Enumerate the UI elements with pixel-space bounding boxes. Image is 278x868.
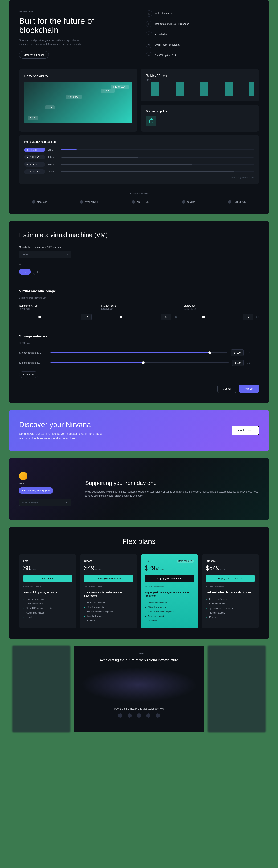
latency-value: 394ms: [48, 170, 58, 173]
shape-title: Virtual machine shape: [19, 289, 259, 293]
chain-avalanche: AVALANCHE: [80, 200, 99, 204]
add-vm-button[interactable]: Add VM: [239, 385, 259, 393]
latency-row-datahub: ■DATAHUB 296ms: [24, 162, 254, 167]
ram-slider[interactable]: [101, 317, 158, 317]
scale-node-start: START: [28, 116, 38, 120]
plan-cta-button[interactable]: Deploy your first for free: [145, 575, 194, 582]
check-icon: ✓: [145, 606, 147, 609]
latency-row-getblock: ●GETBLOCK 394ms: [24, 169, 254, 174]
plan-price-unit: /month: [30, 568, 37, 570]
plan-feature: ✓350 requests/second: [145, 600, 194, 605]
check-icon: ✓: [84, 620, 86, 622]
region-select[interactable]: Select: [19, 250, 71, 258]
api-card: Reliable API layer Uptime: [141, 69, 259, 101]
plan-price: $849: [206, 564, 220, 571]
feature-list: ⊞ Multi-chain APIs ⊡ Dedicated and Flex …: [146, 10, 259, 58]
hero-subtitle: Save time and prioritize your work with …: [19, 38, 89, 46]
feature-uptime: ⊕ 99.99% uptime SLA: [146, 52, 259, 58]
discover-nodes-button[interactable]: Discover our nodes: [19, 51, 49, 59]
spec-price: $0.236/hour: [101, 308, 176, 310]
ethereum-icon: [32, 200, 35, 204]
region-label: Specify the region of your VPC and VM: [19, 246, 259, 248]
bandwidth-slider[interactable]: [184, 317, 240, 317]
plan-badge: MOST POPULAR: [177, 559, 194, 563]
check-icon: ✓: [206, 602, 207, 605]
preview-chain-icon: [156, 713, 160, 718]
cancel-button[interactable]: Cancel: [217, 385, 237, 393]
latency-row-alchemy: ▲ALCHEMY 178ms: [24, 155, 254, 159]
plan-headline: Start building today at no cost: [23, 591, 72, 594]
plan-note: No credit card needed: [145, 585, 194, 587]
plan-price-unit: /month: [159, 568, 165, 570]
plan-pro: MOST POPULAR Pro $299/month Deploy your …: [141, 554, 198, 628]
plan-headline: The essentials for Web3 users and develo…: [84, 591, 133, 598]
plan-price: $0: [23, 564, 30, 571]
plan-feature: ✓2.5M flex requests: [23, 601, 72, 606]
scale-node-magnetic: MAGNETIC: [101, 89, 115, 93]
delete-storage-button[interactable]: 🗑: [253, 360, 259, 366]
plan-feature: ✓128M flex requests: [145, 605, 194, 610]
storage-slider-2[interactable]: [50, 363, 229, 363]
send-icon[interactable]: ➤: [65, 501, 68, 504]
secure-icon-box: [146, 116, 157, 126]
chat-input[interactable]: Write a message ➤: [19, 499, 71, 506]
plan-price: $299: [145, 564, 159, 571]
discover-text: Connect with our team to discuss your ne…: [19, 432, 106, 440]
feature-multichain: ⊞ Multi-chain APIs: [146, 10, 259, 17]
storage-value-1[interactable]: 14000: [231, 349, 244, 356]
plan-cta-button[interactable]: Deploy your first for free: [84, 575, 133, 582]
rpc-icon: ⊡: [146, 21, 152, 27]
latency-value: 296ms: [48, 163, 58, 166]
api-sub: Uptime: [146, 79, 254, 81]
plan-note: No credit card needed: [23, 585, 72, 587]
latency-title: Node latency comparison: [24, 140, 254, 144]
scale-node-interstellar: INTERSTELLAR: [111, 85, 129, 89]
plan-note: No credit card needed: [84, 585, 133, 587]
support-text: We're dedicated to helping companies har…: [85, 490, 259, 498]
ram-value[interactable]: 32: [161, 314, 171, 320]
storage-price: $0.432/hour: [19, 342, 259, 344]
storage-row-2: Storage amount (GB) 8000 GB 🗑: [19, 360, 259, 366]
scale-node-test: TEST: [45, 105, 55, 110]
feature-appchains: ⊙ App-chains: [146, 31, 259, 37]
check-icon: ✓: [23, 612, 25, 614]
type-pill-e7[interactable]: E7: [19, 269, 31, 275]
check-icon: ✓: [145, 620, 147, 622]
plan-feature: ✓1K requests/second: [206, 597, 255, 601]
check-icon: ✓: [23, 602, 25, 605]
feature-label: Dedicated and Flex RPC nodes: [155, 23, 189, 25]
preview-brand: NirvanaLabs: [81, 653, 197, 655]
scalability-title: Easy scalability: [24, 74, 132, 78]
storage-title: Storage volumes: [19, 334, 259, 338]
plan-feature: ✓15M flex requests: [84, 605, 133, 610]
storage-value-2[interactable]: 8000: [232, 360, 244, 366]
spec-label: Number of CPUs: [19, 304, 94, 307]
api-title: Reliable API layer: [146, 74, 254, 77]
delete-storage-button[interactable]: 🗑: [253, 350, 259, 355]
plan-features: ✓50 requests/second✓15M flex requests✓Up…: [84, 600, 133, 623]
bandwidth-unit: GB: [256, 316, 259, 318]
polygon-icon: [182, 200, 186, 204]
secure-title: Secure endpoints: [146, 110, 254, 113]
preview-chain-icon: [128, 713, 132, 718]
chain-ethereum: ethereum: [32, 200, 47, 204]
plan-feature: ✓50 requests/second: [84, 600, 133, 605]
plan-cta-button[interactable]: Deploy your first for free: [206, 575, 255, 582]
get-in-touch-button[interactable]: Get in touch: [231, 426, 259, 435]
latency-value: 28ms: [48, 149, 58, 151]
bandwidth-value[interactable]: 32: [243, 314, 253, 320]
cpu-value[interactable]: 32: [81, 314, 91, 320]
cpu-slider[interactable]: [19, 317, 78, 317]
add-more-button[interactable]: + Add more: [19, 371, 38, 378]
plan-cta-button[interactable]: Start for free: [23, 575, 72, 582]
discover-title: Discover your Nirvana: [19, 421, 106, 429]
check-icon: ✓: [84, 601, 86, 604]
plan-price-unit: /month: [220, 568, 226, 570]
feature-label: App-chains: [155, 33, 167, 36]
plan-feature: ✓500M flex requests: [206, 601, 255, 606]
type-pill-e9[interactable]: E9: [33, 269, 45, 275]
storage-slider-1[interactable]: [50, 352, 227, 353]
plan-free: Free $0/month Start for free No credit c…: [19, 554, 77, 628]
hero-eyebrow: Nirvana Nodes: [19, 10, 132, 13]
arbitrum-icon: [132, 200, 135, 204]
